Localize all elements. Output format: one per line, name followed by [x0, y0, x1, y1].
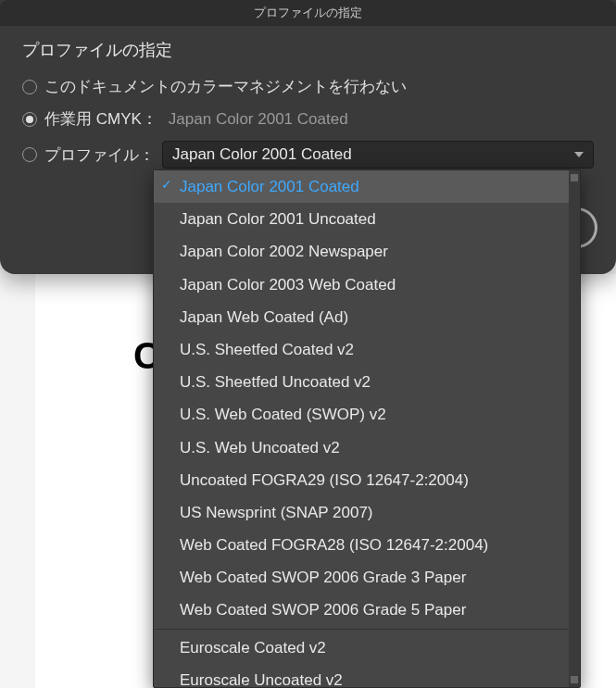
- profile-select[interactable]: Japan Color 2001 Coated: [162, 141, 594, 169]
- radio-label: 作業用 CMYK：: [44, 108, 157, 130]
- dropdown-item[interactable]: U.S. Sheetfed Coated v2: [154, 333, 580, 366]
- dropdown-item[interactable]: Euroscale Uncoated v2: [154, 664, 580, 687]
- dropdown-item[interactable]: Japan Color 2001 Coated: [154, 170, 580, 203]
- dropdown-item[interactable]: Web Coated SWOP 2006 Grade 3 Paper: [154, 561, 580, 594]
- dropdown-item[interactable]: Japan Color 2003 Web Coated: [154, 269, 580, 301]
- section-title: プロファイルの指定: [22, 39, 594, 61]
- dropdown-item[interactable]: US Newsprint (SNAP 2007): [154, 496, 580, 529]
- radio-icon: [22, 147, 37, 162]
- radio-working-cmyk[interactable]: 作業用 CMYK： Japan Color 2001 Coated: [22, 103, 594, 135]
- radio-icon: [22, 80, 37, 94]
- working-cmyk-value: Japan Color 2001 Coated: [169, 110, 348, 129]
- dialog-title: プロファイルの指定: [254, 5, 362, 21]
- select-value: Japan Color 2001 Coated: [172, 145, 352, 163]
- dropdown-item[interactable]: Uncoated FOGRA29 (ISO 12647-2:2004): [154, 464, 580, 496]
- radio-profile[interactable]: プロファイル：: [22, 144, 155, 166]
- dropdown-item[interactable]: U.S. Web Uncoated v2: [154, 432, 580, 464]
- dialog-titlebar: プロファイルの指定: [0, 0, 616, 26]
- scroll-down-icon: [571, 676, 578, 683]
- dropdown-item[interactable]: U.S. Sheetfed Uncoated v2: [154, 366, 580, 398]
- dropdown-item[interactable]: Japan Web Coated (Ad): [154, 301, 580, 333]
- radio-label: プロファイル：: [44, 144, 155, 166]
- dropdown-divider: [154, 629, 580, 630]
- scroll-up-icon: [571, 174, 578, 181]
- radio-label: このドキュメントのカラーマネジメントを行わない: [44, 76, 407, 97]
- profile-dropdown: Japan Color 2001 CoatedJapan Color 2001 …: [153, 169, 581, 688]
- dropdown-scrollbar[interactable]: [569, 170, 580, 687]
- dropdown-item[interactable]: U.S. Web Coated (SWOP) v2: [154, 398, 580, 431]
- dropdown-item[interactable]: Japan Color 2001 Uncoated: [154, 203, 580, 235]
- dropdown-item[interactable]: Japan Color 2002 Newspaper: [154, 235, 580, 268]
- radio-icon: [22, 112, 37, 127]
- radio-no-color-management[interactable]: このドキュメントのカラーマネジメントを行わない: [22, 70, 594, 103]
- dropdown-item[interactable]: Web Coated SWOP 2006 Grade 5 Paper: [154, 594, 580, 626]
- dropdown-item[interactable]: Euroscale Coated v2: [154, 632, 580, 664]
- dropdown-item[interactable]: Web Coated FOGRA28 (ISO 12647-2:2004): [154, 529, 580, 561]
